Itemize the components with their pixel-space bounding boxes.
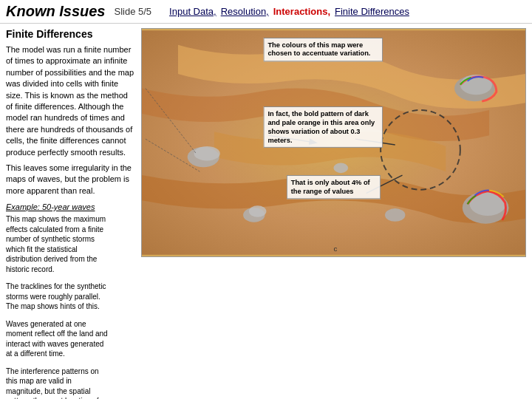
nav-interactions[interactable]: Interactions, — [273, 6, 330, 17]
svg-point-7 — [334, 163, 349, 173]
svg-point-4 — [194, 146, 220, 161]
svg-text:c: c — [334, 245, 338, 253]
nav-resolution[interactable]: Resolution, — [221, 6, 269, 17]
map-container: The colours of this map were chosen to a… — [141, 28, 526, 257]
svg-point-6 — [249, 205, 267, 217]
example-label: Example: 50-year waves — [6, 202, 135, 211]
note-3: Waves generated at one moment reflect of… — [6, 319, 109, 359]
slide-label: Slide 5/5 — [114, 6, 151, 17]
page-title: Known Issues — [6, 3, 105, 20]
note-2: The tracklines for the synthetic storms … — [6, 282, 109, 312]
note-1: This map shows the maximum effects calcu… — [6, 214, 109, 274]
svg-point-8 — [385, 208, 405, 222]
body-text-2: This leaves some irregularity in the map… — [6, 163, 135, 197]
section-title: Finite Differences — [6, 28, 135, 40]
body-text-1: The model was run a finite number of tim… — [6, 44, 135, 158]
note-4: The interference patterns on this map ar… — [6, 366, 109, 399]
nav-finite-diff[interactable]: Finite Differences — [335, 6, 409, 17]
map-svg: The colours of this map were chosen to a… — [142, 29, 525, 256]
header: Known Issues Slide 5/5 Input Data, Resol… — [0, 0, 532, 24]
nav-links: Input Data, Resolution, Interactions, Fi… — [169, 6, 409, 17]
right-panel: The colours of this map were chosen to a… — [141, 28, 526, 399]
nav-input-data[interactable]: Input Data, — [169, 6, 216, 17]
content-area: This map shows the maximum effects calcu… — [6, 214, 135, 399]
left-panel: Finite Differences The model was run a f… — [6, 28, 135, 399]
sidebar-notes: This map shows the maximum effects calcu… — [6, 214, 109, 399]
main-content: Finite Differences The model was run a f… — [0, 24, 532, 399]
